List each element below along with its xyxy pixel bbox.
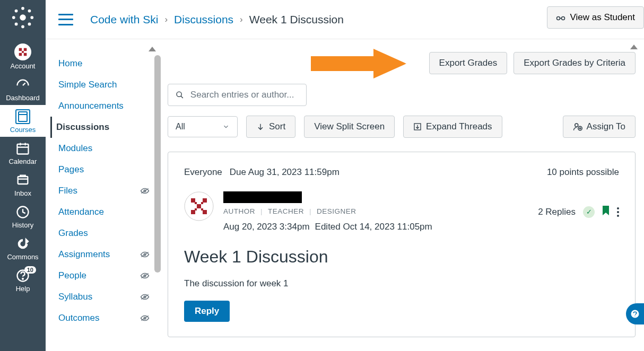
course-nav: Home Simple Search Announcements Discuss… [56,53,152,329]
chevron-down-icon [222,123,230,130]
scroll-up-indicator-icon [630,45,638,49]
glasses-icon [556,14,565,21]
nav-label: History [12,221,33,229]
svg-point-28 [22,278,23,279]
global-nav-courses[interactable]: Courses [0,105,46,137]
nav-grades[interactable]: Grades [56,223,152,244]
nav-simple-search[interactable]: Simple Search [56,74,152,95]
discussion-audience: Everyone [184,167,222,178]
svg-rect-56 [203,210,207,214]
svg-point-8 [28,23,31,26]
floating-help-button[interactable] [626,303,644,324]
nav-outcomes[interactable]: Outcomes [56,308,152,329]
svg-point-1 [21,7,24,10]
global-nav-calendar[interactable]: Calendar [0,137,46,169]
calendar-icon [15,141,30,156]
nav-label: Dashboard [6,94,40,102]
read-check-icon[interactable]: ✓ [583,206,595,218]
post-edited: Edited Oct 14, 2023 11:05pm [315,222,432,232]
commons-icon [15,236,30,251]
svg-rect-13 [22,51,24,53]
global-nav-help[interactable]: 10 Help [0,264,46,296]
svg-point-0 [20,14,26,21]
global-nav-commons[interactable]: Commons [0,232,46,264]
svg-point-2 [21,25,24,28]
svg-point-63 [634,315,636,317]
hidden-icon [140,293,150,301]
svg-rect-15 [19,112,27,121]
svg-rect-53 [191,198,195,203]
global-nav-history[interactable]: History [0,200,46,232]
svg-point-5 [15,10,18,13]
courses-icon [15,109,30,124]
discussion-card: Everyone Due Aug 31, 2023 11:59pm 10 poi… [168,152,636,337]
nav-label: Calendar [9,157,37,165]
author-name-redacted [223,191,302,203]
export-grades-button[interactable]: Export Grades [429,52,508,74]
nav-people[interactable]: People [56,265,152,286]
author-role: AUTHOR [223,207,255,215]
view-split-screen-button[interactable]: View Split Screen [304,116,395,138]
nav-label: Courses [10,126,36,134]
hidden-icon [140,251,150,258]
svg-rect-57 [197,204,201,208]
chat-icon [630,309,640,319]
inbox-icon [15,173,30,188]
expand-threads-button[interactable]: Expand Threads [403,116,502,138]
main-content: Export Grades Export Grades by Criteria … [168,52,636,337]
nav-discussions[interactable]: Discussions [50,117,152,138]
nav-attendance[interactable]: Attendance [56,201,152,223]
global-nav-dashboard[interactable]: Dashboard [0,73,46,105]
help-badge: 10 [24,266,36,274]
annotation-arrow-icon [311,49,406,81]
search-icon [176,90,184,100]
nav-pages[interactable]: Pages [56,159,152,180]
nav-announcements[interactable]: Announcements [56,95,152,117]
nav-assignments[interactable]: Assignments [56,244,152,265]
assign-to-button[interactable]: Assign To [563,116,636,138]
reply-button[interactable]: Reply [184,301,230,322]
discussion-due: Due Aug 31, 2023 11:59pm [230,167,340,178]
nav-modules[interactable]: Modules [56,138,152,159]
svg-rect-24 [18,177,28,184]
post-timestamp: Aug 20, 2023 3:34pm [223,222,310,232]
global-nav-inbox[interactable]: Inbox [0,169,46,200]
svg-rect-12 [24,53,27,56]
nav-home[interactable]: Home [56,53,152,74]
discussion-title: Week 1 Discussion [184,247,619,267]
filter-select[interactable]: All [168,116,238,137]
breadcrumb-course[interactable]: Code with Ski [90,13,158,26]
view-as-label: View as Student [570,12,635,23]
global-nav: Account Dashboard Courses Calendar Inbox… [0,0,46,351]
sort-button[interactable]: Sort [246,116,295,138]
svg-point-43 [177,92,181,96]
hidden-icon [140,187,150,195]
svg-line-14 [23,83,25,86]
svg-point-62 [631,310,639,318]
hidden-icon [140,314,150,322]
author-role: DESIGNER [317,207,356,215]
search-entries-input-wrapper[interactable] [168,84,307,106]
breadcrumb-sep-icon: › [164,14,168,25]
filter-select-value: All [176,122,185,131]
global-nav-account[interactable]: Account [0,39,46,73]
svg-point-30 [562,17,565,20]
svg-point-48 [575,124,578,127]
discussion-points: 10 points possible [547,167,619,178]
search-entries-input[interactable] [190,90,299,100]
breadcrumb-section[interactable]: Discussions [174,13,233,26]
nav-label: Commons [7,253,38,261]
post-options-button[interactable] [617,207,619,217]
bookmark-icon[interactable] [602,205,610,218]
export-grades-criteria-button[interactable]: Export Grades by Criteria [514,52,636,74]
course-nav-scrollbar[interactable] [154,55,161,273]
course-nav-toggle[interactable] [58,14,73,25]
svg-rect-41 [311,56,375,71]
svg-rect-59 [201,202,203,204]
reply-count[interactable]: 2 Replies [538,207,576,217]
dashboard-icon [15,77,30,92]
nav-files[interactable]: Files [56,180,152,201]
view-as-student-button[interactable]: View as Student [547,6,644,29]
svg-rect-10 [24,48,27,51]
nav-syllabus[interactable]: Syllabus [56,286,152,308]
